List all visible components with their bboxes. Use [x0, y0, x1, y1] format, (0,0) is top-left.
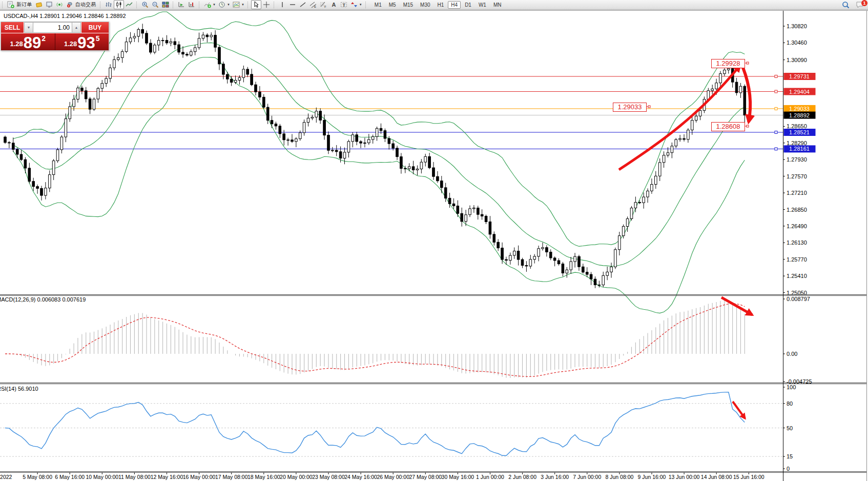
- auto-scroll-icon[interactable]: [176, 0, 187, 9]
- svg-text:27 May 08:00: 27 May 08:00: [409, 474, 442, 480]
- signals-icon[interactable]: [54, 0, 65, 9]
- symbols-icon[interactable]: [34, 0, 44, 9]
- svg-text:1.30460: 1.30460: [787, 39, 807, 46]
- cursor-icon[interactable]: [251, 0, 261, 9]
- price-callout-1.29928[interactable]: 1.29928: [711, 59, 745, 68]
- svg-text:26 May 00:00: 26 May 00:00: [377, 474, 409, 480]
- periods-icon[interactable]: [217, 0, 227, 9]
- svg-text:1.28892: 1.28892: [789, 112, 810, 118]
- toolbar-grip: [274, 2, 275, 8]
- candlestick-chart-icon[interactable]: [114, 0, 124, 9]
- timeframe-MN[interactable]: MN: [490, 1, 505, 9]
- sell-price-prefix: 1.28: [10, 40, 23, 48]
- volume-input[interactable]: [33, 22, 72, 33]
- periods-dropdown-caret[interactable]: ▼: [227, 3, 230, 6]
- trendline-icon[interactable]: [298, 0, 308, 9]
- volume-increase-button[interactable]: ▲: [72, 22, 81, 33]
- svg-text:1.26490: 1.26490: [787, 223, 807, 229]
- templates-icon[interactable]: [231, 0, 241, 9]
- svg-text:14 Jun 08:00: 14 Jun 08:00: [701, 474, 732, 480]
- sell-price[interactable]: 1.28 89 2: [1, 33, 55, 50]
- timeframe-M5[interactable]: M5: [386, 1, 399, 9]
- line-chart-icon[interactable]: [124, 0, 134, 9]
- svg-text:1 Jun 00:00: 1 Jun 00:00: [476, 474, 504, 480]
- svg-text:1.27930: 1.27930: [787, 156, 807, 163]
- svg-text:50: 50: [787, 425, 793, 431]
- auto-trading-icon[interactable]: [65, 0, 75, 9]
- zoom-out-icon[interactable]: [150, 0, 160, 9]
- svg-text:F: F: [324, 5, 326, 8]
- horizontal-line-icon[interactable]: [287, 0, 298, 9]
- timeframe-D1[interactable]: D1: [462, 1, 474, 9]
- vertical-line-icon[interactable]: [277, 0, 287, 9]
- svg-text:13 Jun 00:00: 13 Jun 00:00: [669, 474, 700, 480]
- svg-text:1.30090: 1.30090: [787, 57, 807, 63]
- equidistant-channel-icon[interactable]: E: [308, 0, 318, 9]
- text-icon[interactable]: A: [328, 0, 339, 9]
- timeframe-H1[interactable]: H1: [435, 1, 447, 9]
- arrows-dropdown-caret[interactable]: ▼: [359, 3, 362, 6]
- svg-text:1.29404: 1.29404: [789, 89, 810, 95]
- crosshair-icon[interactable]: [261, 0, 272, 9]
- tile-windows-icon[interactable]: [160, 0, 171, 9]
- buy-price-prefix: 1.28: [64, 40, 77, 48]
- buy-price-big: 93: [77, 36, 95, 49]
- svg-text:0.008797: 0.008797: [787, 296, 810, 302]
- chart-canvas[interactable]: 1.308201.304601.300901.286501.282901.279…: [0, 0, 868, 481]
- zoom-in-icon[interactable]: [140, 0, 150, 9]
- buy-price[interactable]: 1.28 93 5: [55, 33, 109, 50]
- text-label-icon[interactable]: T: [339, 0, 349, 9]
- indicators-icon[interactable]: [202, 0, 213, 9]
- svg-text:15 Jun 16:00: 15 Jun 16:00: [733, 474, 764, 480]
- svg-text:1.25770: 1.25770: [787, 256, 807, 263]
- fibonacci-icon[interactable]: F: [318, 0, 328, 9]
- auto-trading-button[interactable]: 自动交易: [75, 1, 96, 8]
- timeframe-M30[interactable]: M30: [417, 1, 433, 9]
- new-order-button[interactable]: 新订单: [16, 1, 32, 8]
- chat-icon[interactable]: 1: [856, 1, 864, 9]
- terminal-icon[interactable]: [44, 0, 54, 9]
- svg-text:1.25050: 1.25050: [787, 290, 807, 296]
- timeframe-W1[interactable]: W1: [476, 1, 489, 9]
- svg-text:9 Jun 16:00: 9 Jun 16:00: [638, 474, 666, 480]
- svg-text:15: 15: [787, 453, 793, 459]
- buy-button[interactable]: BUY: [81, 22, 109, 33]
- templates-dropdown-caret[interactable]: ▼: [241, 3, 244, 6]
- bar-chart-icon[interactable]: [104, 0, 114, 9]
- timeframe-H4[interactable]: H4: [448, 1, 461, 9]
- toolbar-grip: [247, 2, 249, 8]
- svg-text:1.28290: 1.28290: [787, 140, 807, 146]
- svg-text:24 May 16:00: 24 May 16:00: [344, 474, 377, 480]
- sell-button[interactable]: SELL: [1, 22, 24, 33]
- svg-text:1.28161: 1.28161: [789, 146, 810, 152]
- svg-text:18 May 16:00: 18 May 16:00: [247, 474, 280, 480]
- timeframe-buttons: M1M5M15M30H1H4D1W1MN: [371, 1, 505, 9]
- timeframe-M15[interactable]: M15: [400, 1, 416, 9]
- toolbar-grip: [199, 2, 200, 8]
- svg-text:30 May 16:00: 30 May 16:00: [442, 474, 474, 480]
- price-callout-1.28608[interactable]: 1.28608: [711, 122, 745, 131]
- svg-text:1.29033: 1.29033: [789, 106, 810, 112]
- svg-text:E: E: [314, 5, 316, 8]
- svg-text:1.26850: 1.26850: [787, 207, 807, 213]
- svg-text:100: 100: [787, 384, 796, 390]
- one-click-trading-panel: SELL ▼ ▲ BUY 1.28 89 2 1.28 93 5: [1, 22, 109, 51]
- toolbar-right-group: 1: [840, 1, 864, 9]
- svg-text:RSI(14) 56.9010: RSI(14) 56.9010: [0, 386, 38, 392]
- search-icon[interactable]: [840, 1, 851, 10]
- svg-text:16 May 00:00: 16 May 00:00: [183, 474, 216, 480]
- chart-title: USDCAD-,H4 1.28901 1.29046 1.28846 1.288…: [4, 13, 126, 19]
- svg-text:1.28521: 1.28521: [789, 129, 810, 135]
- volume-decrease-button[interactable]: ▼: [24, 22, 33, 33]
- svg-text:4 May 2022: 4 May 2022: [0, 474, 12, 480]
- timeframe-M1[interactable]: M1: [371, 1, 385, 9]
- toolbar-grip: [100, 2, 101, 8]
- arrows-icon[interactable]: [349, 0, 359, 9]
- indicators-dropdown-caret[interactable]: ▼: [213, 3, 216, 6]
- price-callout-1.29033[interactable]: 1.29033: [613, 103, 647, 112]
- chart-shift-icon[interactable]: [187, 0, 197, 9]
- notification-badge: 1: [861, 0, 867, 6]
- svg-text:8 Jun 08:00: 8 Jun 08:00: [605, 474, 633, 480]
- new-order-icon[interactable]: [6, 0, 16, 9]
- mt4-terminal: 新订单 自动交易 ▼ ▼ ▼ E F A T ▼ M1M5M15M30H1H4D: [0, 0, 868, 481]
